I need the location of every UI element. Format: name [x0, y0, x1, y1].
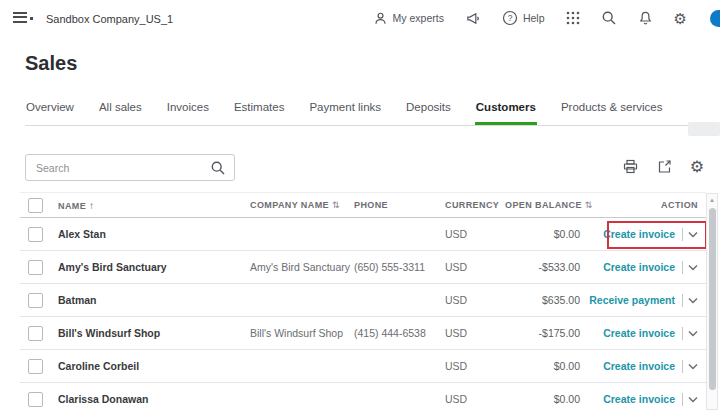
currency-cell: USD	[445, 228, 505, 240]
search-icon[interactable]	[210, 160, 226, 176]
action-separator	[682, 294, 683, 307]
currency-cell: USD	[445, 327, 505, 339]
open-balance-cell: $0.00	[505, 228, 580, 240]
open-balance-cell: -$533.00	[505, 261, 580, 273]
my-experts-label: My experts	[393, 12, 444, 24]
tab-invoices[interactable]: Invoices	[166, 97, 210, 125]
customer-search	[25, 154, 235, 181]
customer-name-link[interactable]: Clarissa Donawan	[58, 393, 250, 405]
chevron-down-icon[interactable]	[688, 297, 698, 304]
column-header-open-balance[interactable]: OPEN BALANCE⇅	[505, 200, 580, 210]
column-header-phone: PHONE	[350, 200, 445, 210]
search-icon[interactable]	[601, 10, 617, 26]
user-avatar[interactable]	[710, 10, 720, 27]
my-experts-button[interactable]: My experts	[373, 11, 444, 26]
open-balance-cell: -$175.00	[505, 327, 580, 339]
open-balance-cell: $0.00	[505, 360, 580, 372]
export-icon[interactable]	[656, 158, 673, 175]
phone-cell: (415) 444-6538	[350, 327, 445, 339]
row-action-link[interactable]: Create invoice	[603, 261, 675, 273]
cutoff-panel	[688, 122, 720, 136]
currency-cell: USD	[445, 261, 505, 273]
table-row: Batman USD $635.00 Receive payment	[20, 284, 706, 317]
apps-grid-icon[interactable]	[566, 11, 580, 25]
feedback-megaphone-icon[interactable]	[465, 11, 481, 26]
help-label: Help	[523, 12, 545, 24]
vertical-scrollbar[interactable]: ▲	[706, 193, 718, 410]
sort-ascending-icon: ↑	[89, 200, 94, 211]
tab-customers[interactable]: Customers	[475, 97, 537, 125]
select-all-checkbox[interactable]	[28, 198, 43, 213]
row-action-link[interactable]: Create invoice	[603, 228, 675, 240]
page-title: Sales	[25, 52, 77, 75]
row-checkbox[interactable]	[28, 326, 43, 341]
currency-cell: USD	[445, 294, 505, 306]
table-settings-gear-icon[interactable]: ⚙	[690, 159, 704, 175]
tab-products-services[interactable]: Products & services	[560, 97, 664, 125]
print-icon[interactable]	[622, 158, 639, 175]
search-input[interactable]	[26, 162, 210, 174]
sales-tabs: Overview All sales Invoices Estimates Pa…	[25, 97, 720, 126]
row-checkbox[interactable]	[28, 392, 43, 407]
action-separator	[682, 393, 683, 406]
tab-payment-links[interactable]: Payment links	[308, 97, 382, 125]
chevron-down-icon[interactable]	[688, 330, 698, 337]
chevron-down-icon[interactable]	[688, 264, 698, 271]
customers-table: NAME↑ COMPANY NAME⇅ PHONE CURRENCY OPEN …	[20, 192, 706, 410]
topbar: Sandbox Company_US_1 My experts	[0, 0, 720, 36]
table-row: Clarissa Donawan USD $0.00 Create invoic…	[20, 383, 706, 410]
row-action-link[interactable]: Receive payment	[589, 294, 675, 306]
chevron-down-icon[interactable]	[688, 231, 698, 238]
row-checkbox[interactable]	[28, 227, 43, 242]
action-separator	[682, 360, 683, 373]
customer-name-link[interactable]: Alex Stan	[58, 228, 250, 240]
quickbooks-window: Sandbox Company_US_1 My experts	[0, 0, 720, 410]
settings-gear-icon[interactable]: ⚙	[674, 11, 687, 26]
column-header-company[interactable]: COMPANY NAME⇅	[250, 200, 350, 210]
chevron-down-icon[interactable]	[688, 363, 698, 370]
table-toolbar-icons: ⚙	[622, 158, 704, 175]
table-row: Caroline Corbeil USD $0.00 Create invoic…	[20, 350, 706, 383]
menu-icon[interactable]	[13, 12, 35, 24]
tab-deposits[interactable]: Deposits	[405, 97, 452, 125]
row-action-link[interactable]: Create invoice	[603, 360, 675, 372]
row-action-link[interactable]: Create invoice	[603, 393, 675, 405]
table-header-row: NAME↑ COMPANY NAME⇅ PHONE CURRENCY OPEN …	[20, 192, 706, 218]
help-button[interactable]: ? Help	[502, 10, 545, 26]
customer-name-link[interactable]: Batman	[58, 294, 250, 306]
row-checkbox[interactable]	[28, 260, 43, 275]
row-checkbox[interactable]	[28, 359, 43, 374]
sort-both-icon: ⇅	[332, 200, 340, 210]
company-name[interactable]: Sandbox Company_US_1	[46, 13, 173, 25]
action-separator	[682, 327, 683, 340]
tab-overview[interactable]: Overview	[25, 97, 75, 125]
table-row: Alex Stan USD $0.00 Create invoice	[20, 218, 706, 251]
phone-cell: (650) 555-3311	[350, 261, 445, 273]
scrollbar-up-arrow-icon[interactable]: ▲	[707, 197, 717, 203]
row-checkbox[interactable]	[28, 293, 43, 308]
customer-name-link[interactable]: Bill's Windsurf Shop	[58, 327, 250, 339]
company-name-cell: Bill's Windsurf Shop	[250, 327, 350, 339]
open-balance-cell: $635.00	[505, 294, 580, 306]
column-header-currency: CURRENCY	[445, 200, 505, 210]
help-icon: ?	[502, 10, 518, 26]
company-name-cell: Amy's Bird Sanctuary	[250, 261, 350, 273]
customer-name-link[interactable]: Amy's Bird Sanctuary	[58, 261, 250, 273]
person-icon	[373, 11, 388, 26]
tab-estimates[interactable]: Estimates	[233, 97, 286, 125]
action-separator	[682, 261, 683, 274]
row-action-link[interactable]: Create invoice	[603, 327, 675, 339]
currency-cell: USD	[445, 360, 505, 372]
column-header-name[interactable]: NAME↑	[58, 200, 250, 211]
open-balance-cell: $0.00	[505, 393, 580, 405]
scrollbar-thumb[interactable]	[709, 208, 716, 390]
tab-all-sales[interactable]: All sales	[98, 97, 143, 125]
column-header-action: ACTION	[580, 200, 706, 210]
notifications-bell-icon[interactable]	[638, 10, 653, 26]
action-separator	[682, 228, 683, 241]
table-row: Bill's Windsurf Shop Bill's Windsurf Sho…	[20, 317, 706, 350]
table-row: Amy's Bird Sanctuary Amy's Bird Sanctuar…	[20, 251, 706, 284]
chevron-down-icon[interactable]	[688, 396, 698, 403]
customer-name-link[interactable]: Caroline Corbeil	[58, 360, 250, 372]
svg-text:?: ?	[508, 13, 513, 23]
